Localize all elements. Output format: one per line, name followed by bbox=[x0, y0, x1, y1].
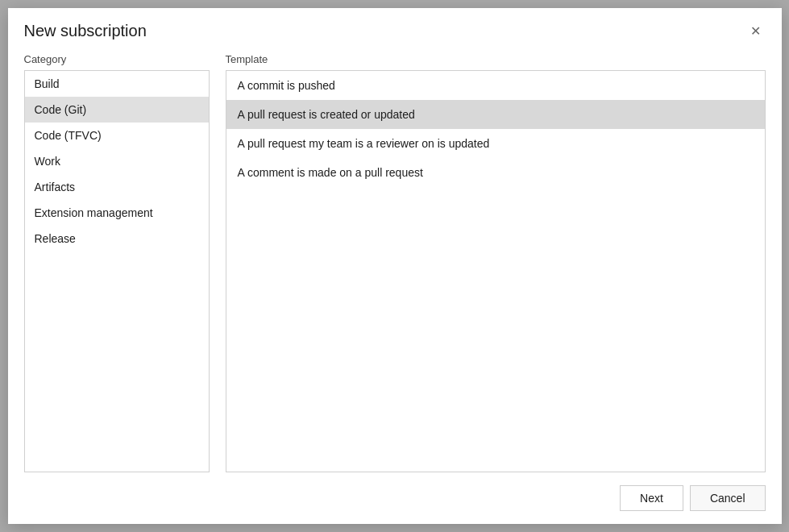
category-item-build[interactable]: Build bbox=[25, 71, 209, 97]
close-button[interactable]: ✕ bbox=[746, 21, 766, 40]
dialog-footer: Next Cancel bbox=[8, 472, 782, 524]
category-item-code-tfvc[interactable]: Code (TFVC) bbox=[25, 123, 209, 148]
dialog-overlay: New subscription ✕ Category Template Bui… bbox=[0, 0, 789, 532]
category-item-extension-management[interactable]: Extension management bbox=[25, 200, 209, 226]
dialog-content: Category Template BuildCode (Git)Code (T… bbox=[8, 47, 782, 472]
panels-row: BuildCode (Git)Code (TFVC)WorkArtifactsE… bbox=[24, 70, 766, 472]
dialog-header: New subscription ✕ bbox=[8, 8, 782, 47]
column-headers: Category Template bbox=[24, 47, 766, 70]
next-button[interactable]: Next bbox=[620, 485, 683, 511]
template-item-pull-request-reviewer[interactable]: A pull request my team is a reviewer on … bbox=[226, 129, 765, 158]
category-column-header: Category bbox=[24, 53, 210, 65]
category-panel: BuildCode (Git)Code (TFVC)WorkArtifactsE… bbox=[24, 70, 210, 472]
template-item-comment-pull-request[interactable]: A comment is made on a pull request bbox=[226, 158, 765, 187]
category-item-release[interactable]: Release bbox=[25, 226, 209, 251]
template-item-commit-pushed[interactable]: A commit is pushed bbox=[226, 71, 765, 100]
category-item-artifacts[interactable]: Artifacts bbox=[25, 174, 209, 200]
category-item-work[interactable]: Work bbox=[25, 148, 209, 174]
template-column-header: Template bbox=[226, 53, 766, 65]
dialog-title: New subscription bbox=[24, 22, 147, 40]
template-item-pull-request-created[interactable]: A pull request is created or updated bbox=[226, 100, 765, 129]
template-panel: A commit is pushedA pull request is crea… bbox=[226, 70, 766, 472]
category-item-code-git[interactable]: Code (Git) bbox=[25, 97, 209, 123]
cancel-button[interactable]: Cancel bbox=[690, 485, 766, 511]
dialog: New subscription ✕ Category Template Bui… bbox=[8, 8, 782, 524]
